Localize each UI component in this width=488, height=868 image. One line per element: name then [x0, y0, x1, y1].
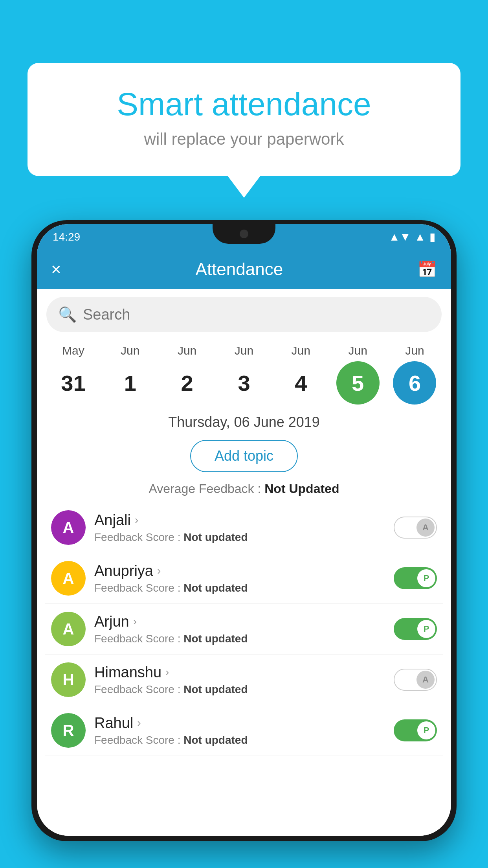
phone-container: 14:29 ▲▼ ▲ ▮ × Attendance 📅 🔍 May31Ju	[31, 220, 457, 868]
toggle-off[interactable]: A	[394, 517, 437, 539]
day-number[interactable]: 31	[51, 361, 95, 405]
speech-bubble: Smart attendance will replace your paper…	[28, 63, 460, 176]
add-topic-button[interactable]: Add topic	[190, 440, 298, 472]
chevron-icon: ›	[165, 666, 169, 679]
attendance-toggle[interactable]: P	[394, 719, 437, 741]
feedback-score: Feedback Score : Not updated	[94, 734, 385, 747]
status-bar: 14:29 ▲▼ ▲ ▮	[37, 224, 451, 250]
avatar: A	[51, 612, 86, 646]
search-input[interactable]	[83, 306, 430, 323]
speech-bubble-container: Smart attendance will replace your paper…	[28, 63, 460, 176]
notch	[213, 224, 275, 244]
calendar-day[interactable]: Jun6	[391, 344, 438, 405]
avatar: H	[51, 662, 86, 697]
student-name: Anjali ›	[94, 512, 385, 529]
date-info: Thursday, 06 June 2019	[37, 405, 451, 434]
toggle-knob: A	[416, 519, 435, 537]
calendar-day[interactable]: Jun5	[334, 344, 382, 405]
student-item[interactable]: AAnupriya ›Feedback Score : Not updatedP	[45, 553, 443, 604]
student-info: Rahul ›Feedback Score : Not updated	[94, 715, 385, 747]
chevron-icon: ›	[137, 717, 141, 729]
feedback-score: Feedback Score : Not updated	[94, 633, 385, 645]
day-month: Jun	[121, 344, 139, 357]
attendance-toggle[interactable]: P	[394, 618, 437, 640]
student-name: Rahul ›	[94, 715, 385, 732]
calendar-day[interactable]: Jun1	[106, 344, 154, 405]
toggle-knob: P	[417, 620, 435, 638]
day-month: Jun	[348, 344, 367, 357]
calendar-icon[interactable]: 📅	[417, 260, 437, 279]
signal-icon: ▲	[415, 231, 426, 243]
student-item[interactable]: AArjun ›Feedback Score : Not updatedP	[45, 604, 443, 655]
search-container[interactable]: 🔍	[46, 297, 442, 332]
day-number[interactable]: 2	[165, 361, 209, 405]
student-item[interactable]: RRahul ›Feedback Score : Not updatedP	[45, 705, 443, 756]
student-info: Arjun ›Feedback Score : Not updated	[94, 613, 385, 645]
toggle-on[interactable]: P	[394, 719, 437, 741]
toggle-off[interactable]: A	[394, 669, 437, 691]
wifi-icon: ▲▼	[389, 231, 411, 243]
avatar: R	[51, 713, 86, 748]
day-number[interactable]: 1	[108, 361, 152, 405]
time-display: 14:29	[53, 231, 80, 243]
toggle-on[interactable]: P	[394, 567, 437, 589]
toggle-knob: A	[416, 671, 435, 689]
avg-feedback-label: Average Feedback :	[149, 482, 265, 496]
phone-frame: 14:29 ▲▼ ▲ ▮ × Attendance 📅 🔍 May31Ju	[31, 220, 457, 841]
student-info: Anupriya ›Feedback Score : Not updated	[94, 563, 385, 594]
day-number[interactable]: 6	[393, 361, 436, 405]
feedback-score: Feedback Score : Not updated	[94, 582, 385, 594]
close-button[interactable]: ×	[51, 259, 61, 279]
student-name: Arjun ›	[94, 613, 385, 630]
student-name: Anupriya ›	[94, 563, 385, 579]
app-bar: × Attendance 📅	[37, 250, 451, 289]
day-number[interactable]: 5	[336, 361, 380, 405]
chevron-icon: ›	[133, 615, 137, 628]
attendance-toggle[interactable]: A	[394, 517, 437, 539]
student-item[interactable]: HHimanshu ›Feedback Score : Not updatedA	[45, 655, 443, 705]
day-month: Jun	[405, 344, 424, 357]
feedback-score: Feedback Score : Not updated	[94, 531, 385, 544]
chevron-icon: ›	[135, 514, 138, 526]
bubble-subtitle: will replace your paperwork	[59, 130, 429, 149]
day-month: May	[62, 344, 84, 357]
avg-feedback: Average Feedback : Not Updated	[37, 478, 451, 502]
chevron-icon: ›	[157, 565, 161, 577]
student-name: Himanshu ›	[94, 664, 385, 681]
student-item[interactable]: AAnjali ›Feedback Score : Not updatedA	[45, 502, 443, 553]
day-month: Jun	[235, 344, 253, 357]
battery-icon: ▮	[429, 230, 435, 243]
status-icons: ▲▼ ▲ ▮	[389, 230, 435, 243]
toggle-knob: P	[417, 569, 435, 587]
calendar-day[interactable]: Jun3	[220, 344, 268, 405]
day-number[interactable]: 3	[222, 361, 266, 405]
avg-feedback-value: Not Updated	[264, 482, 339, 496]
feedback-score: Feedback Score : Not updated	[94, 683, 385, 696]
attendance-toggle[interactable]: A	[394, 669, 437, 691]
student-list: AAnjali ›Feedback Score : Not updatedAAA…	[37, 502, 451, 756]
attendance-toggle[interactable]: P	[394, 567, 437, 589]
day-month: Jun	[178, 344, 196, 357]
bubble-title: Smart attendance	[59, 86, 429, 122]
student-info: Himanshu ›Feedback Score : Not updated	[94, 664, 385, 696]
day-number[interactable]: 4	[279, 361, 323, 405]
calendar-day[interactable]: Jun4	[277, 344, 325, 405]
notch-camera	[240, 230, 248, 238]
avatar: A	[51, 561, 86, 596]
calendar-day[interactable]: Jun2	[163, 344, 211, 405]
day-month: Jun	[292, 344, 310, 357]
calendar-strip: May31Jun1Jun2Jun3Jun4Jun5Jun6	[37, 340, 451, 405]
toggle-knob: P	[417, 721, 435, 739]
avatar: A	[51, 510, 86, 545]
student-info: Anjali ›Feedback Score : Not updated	[94, 512, 385, 544]
search-icon: 🔍	[58, 306, 77, 323]
app-bar-title: Attendance	[73, 259, 405, 279]
calendar-day[interactable]: May31	[50, 344, 97, 405]
phone-screen: 14:29 ▲▼ ▲ ▮ × Attendance 📅 🔍 May31Ju	[37, 224, 451, 836]
bottom-fade	[37, 804, 451, 836]
toggle-on[interactable]: P	[394, 618, 437, 640]
